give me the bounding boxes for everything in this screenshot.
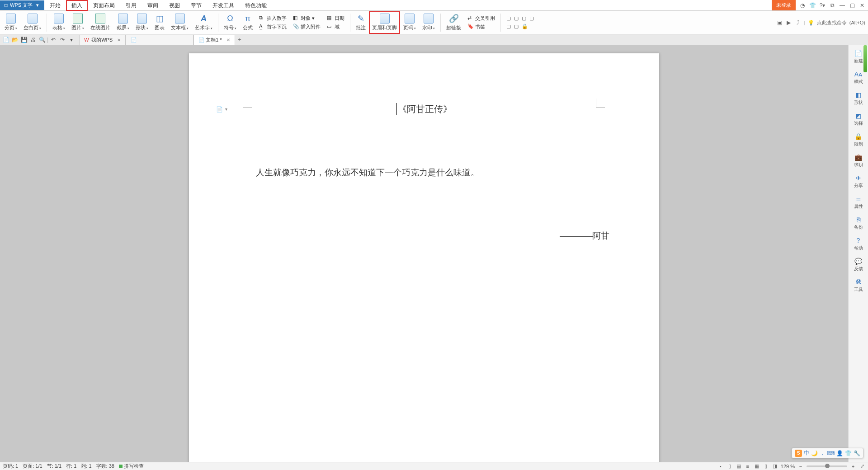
- status-words[interactable]: 字数: 38: [96, 463, 114, 470]
- rp-property[interactable]: ≣属性: [849, 193, 868, 212]
- tab-dev-tools[interactable]: 开发工具: [207, 0, 240, 11]
- save-icon[interactable]: 💾: [20, 36, 28, 44]
- login-button[interactable]: 未登录: [772, 0, 796, 10]
- signature-line[interactable]: ————阿甘: [239, 230, 609, 242]
- ime-toolbar[interactable]: S 中 🌙 ， ⌨ 👤 👕 🔧: [792, 448, 863, 458]
- ime-moon-icon[interactable]: 🌙: [811, 450, 818, 456]
- tab-special[interactable]: 特色功能: [240, 0, 272, 11]
- ribbon-object[interactable]: ◧对象▾: [291, 14, 322, 22]
- new-doc-icon[interactable]: 📄: [2, 36, 10, 44]
- rp-share[interactable]: ✈分享: [849, 173, 868, 191]
- open-icon[interactable]: 📂: [11, 36, 19, 44]
- status-section[interactable]: 节: 1/1: [47, 463, 61, 470]
- ribbon-crossref[interactable]: ⇄交叉引用: [466, 14, 497, 22]
- ribbon-ic-b[interactable]: ▶: [786, 19, 792, 26]
- doc-tab-close-icon[interactable]: ✕: [117, 38, 121, 42]
- tab-references[interactable]: 引用: [120, 0, 142, 11]
- ribbon-chart[interactable]: ◫图表: [152, 12, 167, 33]
- tab-review[interactable]: 审阅: [142, 0, 164, 11]
- ribbon-watermark[interactable]: 水印▾: [420, 12, 438, 33]
- view-web-icon[interactable]: ▦: [754, 463, 760, 470]
- doc-tab-close-icon[interactable]: ✕: [226, 38, 230, 42]
- ribbon-equation[interactable]: π公式: [240, 12, 255, 33]
- rp-tools[interactable]: 🛠工具: [849, 277, 868, 295]
- zoom-thumb[interactable]: [825, 464, 830, 468]
- zoom-out-icon[interactable]: −: [797, 463, 804, 470]
- app-badge[interactable]: ▭ WPS 文字 ▾: [0, 0, 44, 10]
- ribbon-online-picture[interactable]: 在线图片: [88, 12, 113, 33]
- skin-icon[interactable]: 👕: [809, 2, 816, 9]
- ribbon-symbol[interactable]: Ω符号▾: [221, 12, 239, 33]
- rp-shape[interactable]: ◧形状: [849, 89, 868, 108]
- header-title[interactable]: 《阿甘正传》: [396, 103, 452, 115]
- view-read-icon[interactable]: ▤: [736, 463, 742, 470]
- tab-view[interactable]: 视图: [164, 0, 185, 11]
- print-preview-icon[interactable]: 🔍: [38, 36, 46, 44]
- ribbon-textbox[interactable]: 文本框▾: [168, 12, 191, 33]
- view-outline-icon[interactable]: ≡: [745, 463, 751, 470]
- ime-skin-icon[interactable]: 👕: [845, 450, 852, 456]
- rp-select[interactable]: ◩选择: [849, 110, 868, 128]
- page-header[interactable]: 📄 ▾ 《阿甘正传》: [239, 103, 609, 115]
- status-page-view[interactable]: 页面: 1/1: [23, 463, 42, 470]
- ribbon-blank-page[interactable]: 空白页▾: [21, 12, 44, 33]
- ribbon-page-break[interactable]: 分页▾: [2, 12, 20, 33]
- doc-tab-wps[interactable]: W 我的WPS ✕: [79, 35, 126, 45]
- ribbon-date[interactable]: ▦日期: [325, 14, 346, 22]
- ribbon-insert-number[interactable]: ⧉插入数字: [257, 14, 288, 22]
- ribbon-ic-c[interactable]: ⤴: [795, 19, 801, 26]
- ime-person-icon[interactable]: 👤: [836, 450, 843, 456]
- print-icon[interactable]: 🖨: [29, 36, 37, 44]
- undo-icon[interactable]: ↶: [49, 36, 57, 44]
- help-icon[interactable]: ?▾: [819, 2, 826, 9]
- maximize-icon[interactable]: ▢: [849, 2, 855, 9]
- ribbon-drop-cap[interactable]: A̲首字下沉: [257, 23, 288, 31]
- rp-feedback[interactable]: 💬反馈: [849, 256, 868, 274]
- ime-settings-icon[interactable]: 🔧: [854, 450, 860, 456]
- doc-tab-active[interactable]: 📄 文档1 * ✕: [193, 35, 235, 45]
- ime-punct-icon[interactable]: ，: [820, 449, 825, 457]
- tab-start[interactable]: 开始: [44, 0, 66, 11]
- ribbon-table[interactable]: 表格▾: [50, 12, 68, 33]
- zoom-value[interactable]: 129 %: [781, 464, 795, 469]
- minimize-icon[interactable]: —: [839, 2, 845, 9]
- view-dot-icon[interactable]: •: [717, 463, 724, 470]
- ribbon-bookmark[interactable]: 🔖书签: [466, 23, 497, 31]
- ribbon-screenshot[interactable]: 截屏▾: [114, 12, 132, 33]
- tab-chapter[interactable]: 章节: [185, 0, 207, 11]
- close-icon[interactable]: ✕: [859, 2, 865, 9]
- ribbon-picture[interactable]: 图片▾: [69, 12, 87, 33]
- ime-keyboard-icon[interactable]: ⌨: [827, 450, 835, 456]
- ribbon-misc-bot[interactable]: ▢▢🔒: [505, 23, 538, 30]
- ime-lang[interactable]: 中: [804, 449, 809, 457]
- rp-job[interactable]: 💼求职: [849, 152, 868, 170]
- body-paragraph[interactable]: 人生就像巧克力，你永远不知道下一个巧克力是什么味道。: [239, 165, 609, 180]
- app-dropdown-icon[interactable]: ▾: [34, 2, 41, 8]
- rp-help[interactable]: ?帮助: [849, 235, 868, 253]
- zoom-in-icon[interactable]: +: [850, 463, 856, 470]
- ribbon-shapes[interactable]: 形状▾: [133, 12, 151, 33]
- add-tab-icon[interactable]: ＋: [235, 36, 244, 43]
- view-print-icon[interactable]: ▯: [763, 463, 769, 470]
- status-line[interactable]: 行: 1: [66, 463, 76, 470]
- ribbon-comment[interactable]: ✎批注: [353, 12, 368, 33]
- document-page[interactable]: 📄 ▾ 《阿甘正传》 人生就像巧克力，你永远不知道下一个巧克力是什么味道。 ——…: [189, 53, 659, 462]
- ribbon-field[interactable]: ▭域: [325, 23, 346, 31]
- zoom-slider[interactable]: [807, 465, 847, 467]
- rp-backup[interactable]: ⎘备份: [849, 214, 868, 232]
- window-float-icon[interactable]: ⧉: [829, 2, 835, 9]
- ribbon-ic-a[interactable]: ▣: [777, 19, 783, 26]
- fullscreen-icon[interactable]: ⤢: [859, 463, 865, 470]
- cloud-icon[interactable]: ◔: [799, 2, 806, 9]
- ribbon-page-number[interactable]: 页码▾: [401, 12, 419, 33]
- status-spellcheck[interactable]: 拼写检查: [119, 463, 144, 470]
- ribbon-hyperlink[interactable]: 🔗超链接: [443, 12, 464, 33]
- tab-page-layout[interactable]: 页面布局: [88, 0, 120, 11]
- ribbon-misc-top[interactable]: ▢▢▢▢: [505, 15, 538, 22]
- doc-tab-blank[interactable]: 📄: [126, 35, 193, 45]
- qa-dd-icon[interactable]: ▾: [67, 36, 75, 44]
- view-split-icon[interactable]: ◨: [772, 463, 778, 470]
- status-page-no[interactable]: 页码: 1: [3, 463, 18, 470]
- ribbon-attachment[interactable]: 📎插入附件: [291, 23, 322, 31]
- rp-restrict[interactable]: 🔒限制: [849, 131, 868, 149]
